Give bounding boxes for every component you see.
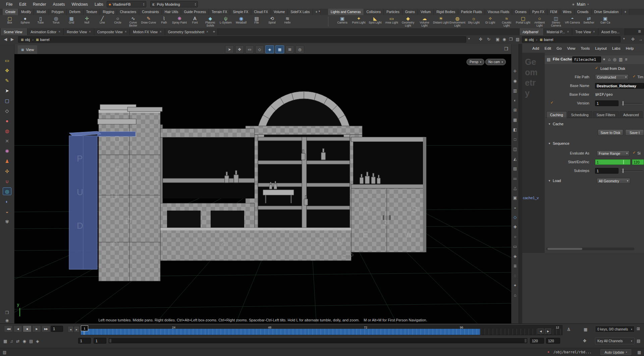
range-forward-icon[interactable]: ▶ <box>545 328 551 334</box>
viewport-view-tab[interactable]: ▦ View <box>18 45 37 54</box>
playbar-side-icon[interactable]: ▤ <box>637 339 640 343</box>
shelf-tool[interactable]: ψ L-System <box>218 16 233 28</box>
timeline-ruler[interactable]: 2448729612 1 ◀ ▶ <box>80 325 562 335</box>
menu-item[interactable]: Render <box>30 2 49 7</box>
range-end-field[interactable]: 120 <box>632 159 644 165</box>
shelf-tool[interactable]: ✧ GI Light <box>482 16 498 28</box>
breadcrumb-obj[interactable]: ▦ obj <box>18 38 32 42</box>
shelf-tool[interactable]: ▢ Portal Light <box>515 16 531 28</box>
path-tool-icon[interactable]: ▣ <box>496 37 499 42</box>
pane-tab[interactable]: Scene View <box>1 28 28 35</box>
global-range-end-field[interactable]: 120 <box>546 338 560 344</box>
network-menu-item[interactable]: Go <box>556 46 561 50</box>
tool-icon[interactable]: ● <box>3 117 11 124</box>
tool-icon[interactable]: ➤ <box>3 87 11 94</box>
menu-item[interactable]: Labs <box>91 2 107 7</box>
close-icon[interactable]: × <box>206 30 208 34</box>
parameter-tab[interactable]: Advanced <box>620 111 643 118</box>
shelf-tab[interactable]: Drive Simulation <box>592 9 622 15</box>
playbar-grid-icon[interactable]: ▦ <box>584 327 587 332</box>
shelf-tab[interactable]: Characters <box>117 9 139 15</box>
tool-icon[interactable]: ◍ <box>3 127 11 134</box>
display-option-icon[interactable]: ▭ <box>513 244 517 249</box>
parameter-header-icon[interactable]: ✶ <box>602 57 606 62</box>
current-frame-marker[interactable]: 1 <box>81 325 88 331</box>
parameter-header-icon[interactable]: ⌂ <box>608 57 610 62</box>
tool-icon[interactable]: ✕ <box>3 137 11 144</box>
display-option-icon[interactable]: ≣ <box>513 264 517 268</box>
network-menu-item[interactable]: Help <box>626 46 634 50</box>
base-folder-value[interactable]: $HIP/geo <box>595 92 613 97</box>
tool-icon[interactable]: ▢ <box>3 97 11 104</box>
playbar-option-icon[interactable]: ⇄ <box>16 339 19 344</box>
parameter-tab[interactable]: Save Filters <box>593 111 619 118</box>
tool-icon[interactable]: ✣ <box>3 168 11 175</box>
substeps-field[interactable]: 1 <box>595 168 619 174</box>
shelf-tool[interactable]: ⇄ Switcher <box>581 16 597 28</box>
shelf-tab[interactable]: Particle Fluids <box>458 9 485 15</box>
keys-info-box[interactable]: 0 keys, 0/0 channels ▾ <box>595 326 635 332</box>
tool-icon[interactable]: ♟ <box>3 158 11 165</box>
pane-tab[interactable]: Motion FX View × <box>130 28 165 35</box>
shelf-tab[interactable]: Simple FX <box>230 9 251 15</box>
network-menu-item[interactable]: Edit <box>544 46 551 50</box>
shelf-tool[interactable]: ✛ Null <box>79 16 95 28</box>
shelf-tool[interactable]: ● Sphere <box>17 16 33 28</box>
shelf-tab[interactable]: SideFX Labs <box>288 9 313 15</box>
playbar-option-icon[interactable]: ▤ <box>29 339 33 344</box>
range-handle-left[interactable] <box>109 339 111 343</box>
resize-playbar-icon[interactable]: ✥ <box>583 339 586 343</box>
camera-tool-icon[interactable]: ◉ <box>3 318 11 323</box>
playback-button[interactable]: ■ <box>23 325 32 332</box>
version-field[interactable]: 1 <box>595 100 619 106</box>
shelf-tool[interactable]: ✦ Point Light <box>351 16 367 28</box>
shelf-tool[interactable]: ○ Ambient Light <box>531 16 548 28</box>
shelf-tab[interactable]: Vellum <box>418 9 434 15</box>
network-editor-strip[interactable]: Geometry <box>522 53 545 253</box>
version-slider[interactable] <box>621 103 643 104</box>
display-option-icon[interactable]: ◌ <box>514 274 516 278</box>
display-option-icon[interactable]: ▣ <box>513 196 517 200</box>
pane-tab[interactable]: Composite View × <box>94 28 130 35</box>
status-left-icon[interactable]: ▧ <box>3 350 6 355</box>
parameter-tab[interactable]: Scheduling <box>568 111 592 118</box>
file-path-mode-dropdown[interactable]: Constructed ▾ <box>595 74 629 80</box>
camera-selector[interactable]: No cam ▾ <box>485 59 506 65</box>
shelf-tool[interactable]: ☀ Distant Light <box>433 16 449 28</box>
shelf-tab[interactable]: Create <box>3 9 18 15</box>
global-range-start-field[interactable]: 1 <box>78 338 91 344</box>
display-option-icon[interactable]: ▥ <box>513 89 517 93</box>
shelf-tool[interactable]: ≈ Caustic Light <box>498 16 515 28</box>
tool-icon[interactable]: ◇ <box>3 107 11 114</box>
display-option-icon[interactable]: ◒ <box>514 206 516 210</box>
shelf-tab[interactable]: Particles <box>384 9 402 15</box>
path-tool-icon[interactable]: ❐ <box>509 37 513 42</box>
menu-item[interactable]: Windows <box>68 2 91 7</box>
viewport-toolbar-icon[interactable]: ▭ <box>245 45 254 53</box>
viewport-toolbar-icon[interactable]: ◇ <box>255 45 264 53</box>
pin-icon[interactable]: ✜ <box>631 37 635 42</box>
parameter-header-icon[interactable]: ▥ <box>619 57 623 62</box>
network-menu-item[interactable]: Labs <box>612 46 621 50</box>
checkbox-checked-icon[interactable]: ✓ <box>633 74 636 79</box>
path-tool-icon[interactable]: ◉ <box>502 37 506 42</box>
shelf-tool[interactable]: ◆ Geometry Light <box>400 16 416 28</box>
pane-tab[interactable]: Material P... × <box>544 28 573 35</box>
tool-icon[interactable]: ◒ <box>3 208 11 215</box>
tool-icon[interactable]: ✥ <box>3 67 11 74</box>
shelf-tab[interactable]: Terrain FX <box>209 9 230 15</box>
load-mode-dropdown[interactable]: All Geometry ▾ <box>597 178 630 184</box>
base-name-field[interactable]: Destruction_Rebelway <box>595 83 644 89</box>
shelf-tool[interactable]: A Font <box>187 16 203 28</box>
pane-tab[interactable]: Animation Editor × <box>28 28 64 35</box>
display-option-icon[interactable]: ◭ <box>514 157 517 161</box>
shelf-tool[interactable]: ❋ Spray Paint <box>172 16 187 28</box>
playback-range-end-field[interactable]: 120 <box>530 338 544 344</box>
display-option-icon[interactable]: ▦ <box>513 118 517 122</box>
shelf-tool[interactable]: ▢ Box <box>2 16 17 28</box>
shelf-tab[interactable]: + <box>622 9 629 15</box>
close-icon[interactable]: × <box>58 30 60 34</box>
pane-menu-icon[interactable]: ≣ <box>638 29 641 34</box>
load-from-disk-label[interactable]: Load from Disk <box>600 66 625 72</box>
menu-item[interactable]: File <box>3 2 16 7</box>
